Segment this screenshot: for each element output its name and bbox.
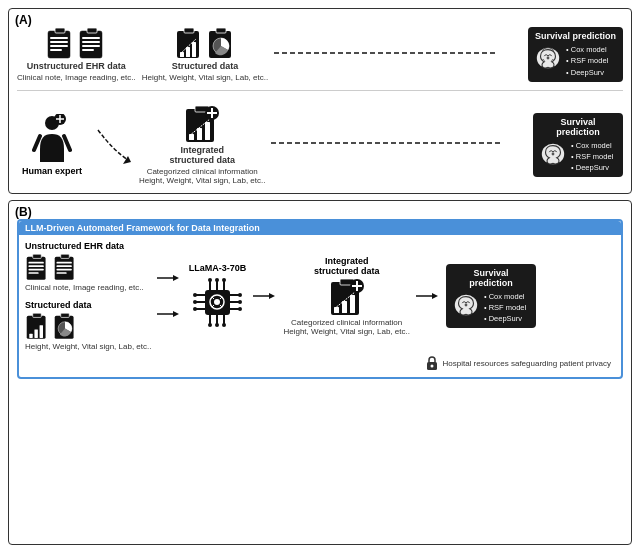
b-clipboard-icon-2 [53, 253, 77, 281]
model-item-1: • Cox model [566, 44, 608, 55]
b-arrow-to-integrated [253, 289, 277, 303]
svg-point-87 [193, 293, 197, 297]
brain-icon-b [452, 291, 480, 319]
b-chart-icon-1 [25, 312, 49, 340]
svg-rect-1 [55, 28, 65, 33]
svg-rect-51 [61, 254, 70, 258]
clipboard-icon-2 [78, 27, 106, 59]
svg-point-24 [547, 57, 550, 60]
arrow-to-integrated-svg [253, 289, 277, 303]
survival-box-b: Survival prediction • Cox model • RSF mo… [446, 264, 536, 329]
structured-sub-a: Height, Weight, Vital sign, Lab, etc.. [142, 73, 268, 82]
arrow-to-llama-1 [157, 271, 181, 285]
survival-box-a-bottom: Survival prediction • Cox model • RSF mo… [533, 113, 623, 178]
model-list-a-bottom: • Cox model • RSF model • DeepSurv [571, 140, 613, 174]
svg-rect-45 [33, 254, 42, 258]
structured-group-a: Structured data Height, Weight, Vital si… [142, 27, 268, 82]
svg-point-43 [552, 152, 555, 155]
svg-rect-4 [50, 45, 68, 47]
svg-rect-35 [205, 122, 210, 140]
b-left-col: Unstructured EHR data [25, 241, 151, 351]
survival-title-a-bottom: Survival prediction [539, 117, 617, 137]
svg-marker-111 [432, 293, 438, 299]
b-integrated-group: Integrated structured data Categorized c… [283, 256, 409, 336]
human-expert-icon [32, 114, 72, 164]
svg-rect-59 [34, 329, 37, 338]
svg-point-84 [208, 323, 212, 327]
svg-rect-54 [56, 269, 71, 271]
survival-title-b: Survival prediction [452, 268, 530, 288]
svg-rect-46 [28, 262, 43, 264]
svg-rect-53 [56, 265, 71, 267]
human-expert-label: Human expert [22, 166, 82, 176]
a-bottom-row: Human expert [17, 105, 623, 185]
section-b-inner: LLM-Driven Automated Framework for Data … [17, 219, 623, 379]
svg-rect-13 [184, 28, 194, 33]
brain-icon-a-bottom [539, 140, 567, 168]
model-item-2: • RSF model [566, 55, 608, 66]
b-model-item-2: • RSF model [484, 302, 526, 313]
b-structured-icons [25, 312, 77, 340]
svg-rect-49 [28, 272, 38, 274]
svg-rect-6 [80, 31, 102, 58]
survival-title-a-top: Survival prediction [534, 31, 617, 41]
integrated-sub-a: Categorized clinical information Height,… [139, 167, 265, 185]
chart-clip-icon-1 [175, 27, 203, 59]
b-model-item-3: • DeepSurv [484, 313, 526, 324]
dashed-arrow-a-bottom [271, 135, 527, 155]
lock-icon [425, 355, 439, 371]
svg-rect-104 [342, 301, 347, 313]
section-a-content: Unstructured EHR data Clinical note, Ima… [17, 27, 623, 185]
b-model-item-1: • Cox model [484, 291, 526, 302]
svg-rect-55 [56, 272, 66, 274]
section-b: (B) LLM-Driven Automated Framework for D… [8, 200, 632, 545]
llama-icon [190, 275, 245, 330]
svg-rect-2 [50, 37, 68, 39]
llm-banner: LLM-Driven Automated Framework for Data … [19, 221, 621, 235]
svg-rect-19 [216, 28, 226, 33]
b-clipboard-icon-1 [25, 253, 49, 281]
dotted-arrow-svg [93, 120, 133, 170]
structured-label-a: Structured data [172, 61, 239, 71]
section-a-label: (A) [15, 13, 32, 27]
svg-rect-16 [192, 42, 196, 57]
arrow-to-survival-svg [416, 289, 440, 303]
survival-content-a-top: • Cox model • RSF model • DeepSurv [534, 44, 617, 78]
section-a-divider [17, 90, 623, 91]
svg-point-94 [214, 299, 220, 305]
section-a: (A) [8, 8, 632, 194]
svg-point-81 [208, 278, 212, 282]
arrow-svg-a-bottom [271, 135, 527, 155]
b-unstructured-sub: Clinical note, Image reading, etc.. [25, 283, 144, 292]
dashed-arrow-a-top [274, 45, 522, 65]
svg-point-85 [215, 323, 219, 327]
main-container: (A) [0, 0, 640, 553]
svg-rect-14 [180, 52, 184, 57]
privacy-text: Hospital resources safeguarding patient … [442, 359, 611, 368]
svg-rect-44 [27, 257, 46, 280]
svg-point-86 [222, 323, 226, 327]
brain-icon-a-top [534, 44, 562, 72]
model-b-item-2: • RSF model [571, 151, 613, 162]
model-b-item-1: • Cox model [571, 140, 613, 151]
model-list-b: • Cox model • RSF model • DeepSurv [484, 291, 526, 325]
b-chart-icon-2 [53, 312, 77, 340]
survival-content-b: • Cox model • RSF model • DeepSurv [452, 291, 530, 325]
svg-rect-11 [82, 49, 94, 51]
model-item-3: • DeepSurv [566, 67, 608, 78]
svg-point-92 [238, 307, 242, 311]
svg-rect-58 [29, 334, 32, 338]
svg-point-91 [238, 300, 242, 304]
svg-rect-8 [82, 37, 100, 39]
svg-rect-10 [82, 45, 100, 47]
svg-marker-65 [173, 275, 179, 281]
svg-rect-0 [48, 31, 70, 58]
integrated-group-a: Integrated structured data Categorized c… [139, 105, 265, 185]
survival-content-a-bottom: • Cox model • RSF model • DeepSurv [539, 140, 617, 174]
unstructured-icons-a [46, 27, 106, 59]
svg-rect-7 [87, 28, 97, 33]
b-structured-label: Structured data [25, 300, 92, 310]
b-integrated-label: Integrated structured data [314, 256, 380, 276]
unstructured-sub-a: Clinical note, Image reading, etc.. [17, 73, 136, 82]
integrated-label-a: Integrated structured data [169, 145, 235, 165]
